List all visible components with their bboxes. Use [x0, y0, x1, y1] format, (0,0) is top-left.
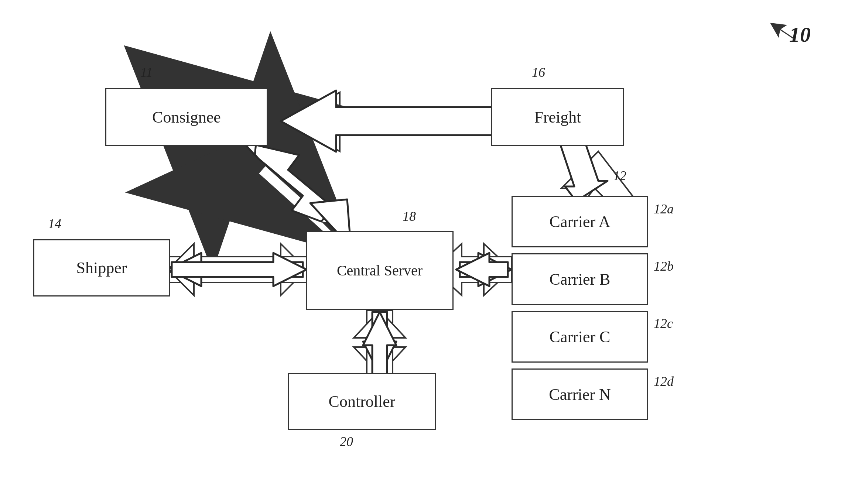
svg-marker-20	[456, 253, 508, 286]
centralserver-controller-arrow	[354, 310, 406, 375]
svg-line-3	[262, 170, 336, 236]
controller-box: Controller	[288, 373, 436, 430]
carrier-b-ref: 12b	[654, 258, 674, 274]
freight-ref: 16	[532, 65, 545, 80]
svg-marker-12	[354, 310, 406, 375]
svg-marker-8	[454, 244, 512, 295]
freight-label: Freight	[534, 108, 581, 127]
svg-marker-23	[363, 312, 396, 375]
svg-marker-14	[244, 142, 332, 222]
carrier-b-box: Carrier B	[512, 253, 648, 305]
diagram-container: Consignee 11 Freight 16 Central Server 1…	[0, 0, 855, 504]
freight-box: Freight	[491, 88, 624, 146]
carriers-group-ref: 12	[613, 168, 626, 184]
fig-ref-arrow	[768, 20, 798, 42]
consignee-box: Consignee	[105, 88, 268, 146]
carrier-n-box: Carrier N	[512, 368, 648, 420]
cs-controller-bidir-arrow	[363, 312, 396, 375]
svg-marker-22	[363, 312, 396, 375]
svg-marker-6	[168, 244, 307, 295]
central-server-label: Central Server	[337, 261, 423, 280]
carrier-a-label: Carrier A	[550, 212, 611, 231]
carrier-n-label: Carrier N	[549, 385, 611, 404]
carrier-b-label: Carrier B	[550, 270, 611, 289]
carrier-a-box: Carrier A	[512, 196, 648, 247]
carrier-c-box: Carrier C	[512, 311, 648, 363]
svg-line-4	[262, 170, 336, 236]
svg-marker-11	[354, 310, 406, 375]
shipper-label: Shipper	[76, 258, 127, 277]
carrier-c-label: Carrier C	[550, 328, 611, 346]
controller-label: Controller	[329, 392, 396, 411]
controller-ref: 20	[340, 434, 353, 449]
carrier-n-ref: 12d	[654, 374, 674, 389]
central-server-ref: 18	[403, 209, 416, 224]
central-server-box: Central Server	[306, 231, 454, 310]
shipper-cs-bidir-arrow	[168, 253, 307, 286]
consignee-ref: 11	[140, 65, 153, 80]
carrier-c-ref: 12c	[654, 316, 673, 331]
shipper-centralserver-arrow	[168, 244, 307, 295]
cs-carriers-bidir-arrow	[456, 253, 512, 286]
svg-marker-18	[172, 253, 307, 286]
consignee-label: Consignee	[152, 108, 221, 127]
shipper-box: Shipper	[33, 239, 170, 296]
svg-marker-7	[168, 244, 307, 295]
svg-marker-19	[460, 253, 512, 286]
shipper-ref: 14	[48, 216, 61, 232]
svg-marker-17	[168, 253, 303, 286]
carrier-a-ref: 12a	[654, 201, 674, 217]
